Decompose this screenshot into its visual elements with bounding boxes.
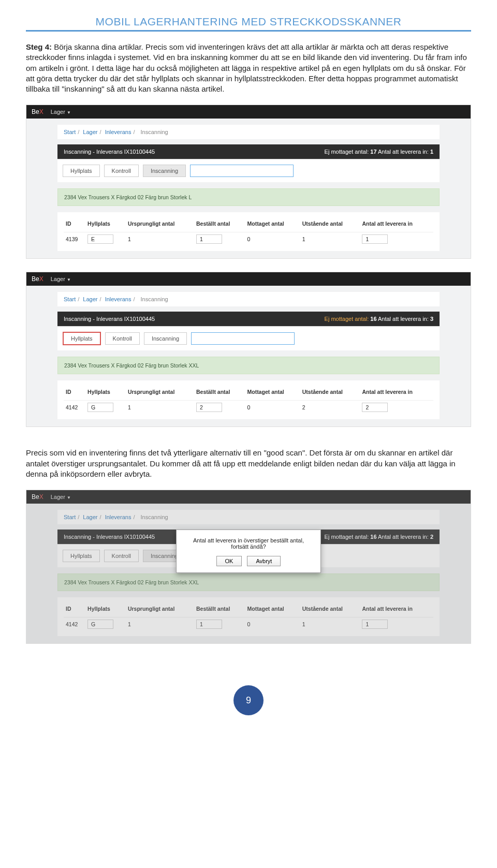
- table-wrap: ID Hyllplats Ursprungligt antal Beställt…: [57, 597, 440, 636]
- article-info-row: 2384 Vex Trousers X Färgkod 02 Färg brun…: [57, 573, 440, 591]
- step-label: Steg 4:: [26, 42, 52, 51]
- th-urspr: Ursprungligt antal: [126, 386, 194, 401]
- menu-lager[interactable]: Lager ▼: [51, 276, 71, 282]
- th-id: ID: [64, 602, 85, 617]
- bc-inscanning: Inscanning: [141, 129, 168, 135]
- bc-start[interactable]: Start: [64, 296, 76, 302]
- tab-kontroll[interactable]: Kontroll: [104, 165, 139, 177]
- tab-kontroll[interactable]: Kontroll: [104, 550, 139, 562]
- th-antal-lev: Antal att leverera in: [360, 386, 433, 401]
- article-info-row: 2384 Vex Trousers X Färgkod 02 Färg brun…: [57, 188, 440, 206]
- chevron-down-icon: ▼: [67, 495, 71, 500]
- th-utstaende: Utstående antal: [300, 217, 360, 232]
- th-urspr: Ursprungligt antal: [126, 217, 194, 232]
- items-table: ID Hyllplats Ursprungligt antal Beställt…: [64, 602, 433, 631]
- ok-button[interactable]: OK: [216, 556, 242, 566]
- tab-inscanning[interactable]: Inscanning: [144, 332, 187, 345]
- bc-lager[interactable]: Lager: [83, 514, 97, 520]
- tab-hyllplats[interactable]: Hyllplats: [63, 550, 100, 562]
- brand-logo: BeX: [32, 108, 43, 115]
- brand-logo: BeX: [32, 493, 43, 501]
- screenshot-2: BeX Lager ▼ Start/ Lager/ Inleverans/ In…: [26, 272, 471, 427]
- panel-stats: Ej mottaget antal: 16 Antal att leverera…: [325, 316, 433, 322]
- table-row: 4142 G 1 2 0 2 2: [64, 401, 433, 415]
- breadcrumb: Start/ Lager/ Inleverans/ Inscanning: [57, 510, 440, 524]
- panel-stats: Ej mottaget antal: 17 Antal att leverera…: [325, 149, 433, 155]
- page-number: 9: [233, 685, 264, 715]
- cell-bestallt-input[interactable]: 1: [196, 234, 222, 244]
- cell-lev-input[interactable]: 2: [362, 403, 388, 412]
- panel-title: Inscanning - Inleverans IX10100445: [64, 149, 155, 155]
- panel-header: Inscanning - Inleverans IX10100445 Ej mo…: [57, 144, 440, 159]
- th-antal-lev: Antal att leverera in: [360, 602, 433, 617]
- app-topbar: BeX Lager ▼: [26, 490, 471, 504]
- menu-lager[interactable]: Lager ▼: [51, 109, 71, 115]
- panel-stats: Ej mottaget antal: 16 Antal att leverera…: [325, 534, 433, 540]
- th-utstaende: Utstående antal: [300, 602, 360, 617]
- app-topbar: BeX Lager ▼: [26, 272, 471, 286]
- tab-hyllplats[interactable]: Hyllplats: [63, 165, 100, 177]
- th-mottaget: Mottaget antal: [245, 217, 300, 232]
- cell-id: 4142: [64, 401, 85, 415]
- cell-bestallt-input[interactable]: 1: [196, 620, 222, 629]
- menu-lager[interactable]: Lager ▼: [51, 494, 71, 500]
- items-table: ID Hyllplats Ursprungligt antal Beställt…: [64, 217, 433, 246]
- brand-logo: BeX: [32, 275, 43, 283]
- cell-mottaget: 0: [245, 617, 300, 631]
- table-row: 4142 G 1 1 0 1 1: [64, 617, 433, 631]
- paragraph-1: Steg 4: Börja skanna dina artiklar. Prec…: [26, 42, 471, 94]
- bc-inscanning: Inscanning: [141, 296, 168, 302]
- bc-lager[interactable]: Lager: [83, 296, 97, 302]
- cell-bestallt-input[interactable]: 2: [196, 403, 222, 412]
- cell-utstaende: 1: [300, 617, 360, 631]
- cell-hyllplats-input[interactable]: G: [87, 620, 113, 629]
- cell-lev-input[interactable]: 1: [362, 620, 388, 629]
- tabs-row: Hyllplats Kontroll Inscanning: [57, 159, 440, 182]
- cell-utstaende: 2: [300, 401, 360, 415]
- cell-lev-input[interactable]: 1: [362, 234, 388, 244]
- screenshot-3: BeX Lager ▼ Start/ Lager/ Inleverans/ In…: [26, 490, 471, 644]
- th-id: ID: [64, 217, 85, 232]
- paragraph-1-text: Börja skanna dina artiklar. Precis som v…: [26, 42, 467, 93]
- cell-urspr: 1: [126, 232, 194, 246]
- dialog-message: Antal att leverera in överstiger beställ…: [187, 537, 310, 550]
- doc-title: MOBIL LAGERHANTERING MED STRECKKODSSKANN…: [26, 16, 471, 28]
- cancel-button[interactable]: Avbryt: [247, 556, 281, 566]
- scan-input[interactable]: [191, 332, 295, 345]
- th-hyllplats: Hyllplats: [85, 602, 126, 617]
- bc-inleverans[interactable]: Inleverans: [105, 514, 131, 520]
- table-wrap: ID Hyllplats Ursprungligt antal Beställt…: [57, 212, 440, 251]
- scan-input[interactable]: [190, 165, 294, 177]
- breadcrumb: Start/ Lager/ Inleverans/ Inscanning: [57, 125, 440, 139]
- th-mottaget: Mottaget antal: [245, 386, 300, 401]
- tab-inscanning[interactable]: Inscanning: [143, 165, 186, 177]
- doc-header: MOBIL LAGERHANTERING MED STRECKKODSSKANN…: [26, 16, 471, 32]
- cell-mottaget: 0: [245, 232, 300, 246]
- bc-start[interactable]: Start: [64, 514, 76, 520]
- tab-kontroll[interactable]: Kontroll: [105, 332, 140, 345]
- bc-lager[interactable]: Lager: [83, 129, 97, 135]
- breadcrumb: Start/ Lager/ Inleverans/ Inscanning: [57, 292, 440, 306]
- panel-title: Inscanning - Inleverans IX10100445: [64, 534, 155, 540]
- bc-inscanning: Inscanning: [141, 514, 168, 520]
- screenshot-1: BeX Lager ▼ Start/ Lager/ Inleverans/ In…: [26, 105, 471, 259]
- th-mottaget: Mottaget antal: [245, 602, 300, 617]
- cell-hyllplats-input[interactable]: G: [87, 403, 113, 412]
- tabs-row: Hyllplats Kontroll Inscanning: [57, 326, 440, 350]
- th-bestallt: Beställt antal: [194, 217, 245, 232]
- article-info-row: 2384 Vex Trousers X Färgkod 02 Färg brun…: [57, 357, 440, 374]
- th-urspr: Ursprungligt antal: [126, 602, 194, 617]
- cell-utstaende: 1: [300, 232, 360, 246]
- cell-id: 4139: [64, 232, 85, 246]
- th-hyllplats: Hyllplats: [85, 386, 126, 401]
- page-number-wrap: 9: [26, 685, 471, 715]
- tab-hyllplats[interactable]: Hyllplats: [63, 332, 101, 345]
- bc-inleverans[interactable]: Inleverans: [105, 296, 131, 302]
- cell-hyllplats-input[interactable]: E: [87, 234, 113, 244]
- th-hyllplats: Hyllplats: [85, 217, 126, 232]
- cell-urspr: 1: [126, 617, 194, 631]
- panel-title: Inscanning - Inleverans IX10100445: [64, 316, 155, 322]
- bc-start[interactable]: Start: [64, 129, 76, 135]
- table-wrap: ID Hyllplats Ursprungligt antal Beställt…: [57, 380, 440, 419]
- bc-inleverans[interactable]: Inleverans: [105, 129, 131, 135]
